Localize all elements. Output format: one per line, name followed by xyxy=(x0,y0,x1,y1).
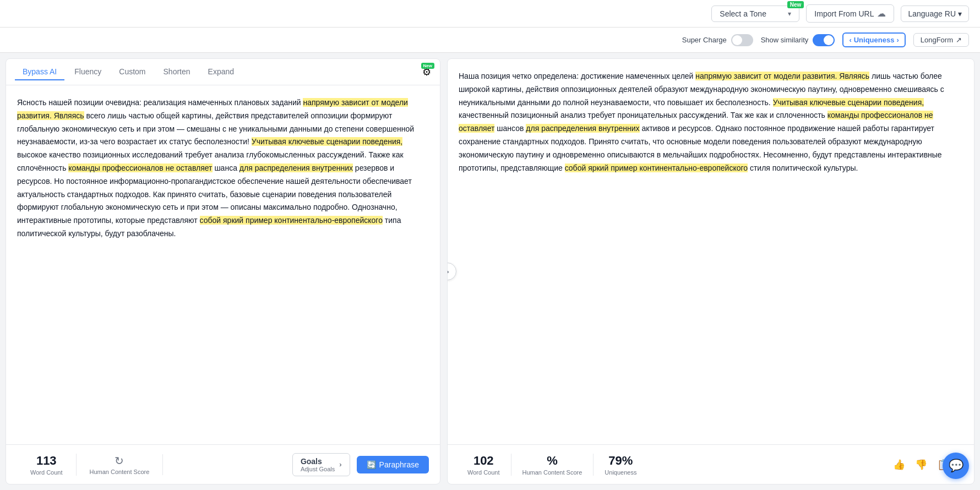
tab-custom[interactable]: Custom xyxy=(111,64,153,80)
left-word-count-label: Word Count xyxy=(30,469,63,476)
cloud-upload-icon: ☁ xyxy=(877,8,886,19)
uniqueness-label: Uniqueness xyxy=(854,36,895,44)
left-arrow-icon: ‹ xyxy=(849,36,851,44)
tab-shorten[interactable]: Shorten xyxy=(156,64,198,80)
settings-button[interactable]: ⚙ New xyxy=(422,66,431,78)
settings-new-badge: New xyxy=(421,63,434,69)
left-word-count-number: 113 xyxy=(36,454,57,468)
uniqueness-button[interactable]: ‹ Uniqueness › xyxy=(842,32,905,47)
chevron-down-icon: ▾ xyxy=(788,10,791,18)
highlight-2: Учитывая ключевые сценарии поведения, xyxy=(252,137,403,146)
left-text-area[interactable]: Ясность нашей позиции очевидна: реализац… xyxy=(6,85,440,444)
supercharge-toggle[interactable] xyxy=(731,34,753,46)
supercharge-row: Super Charge xyxy=(682,34,753,46)
right-highlight-4: для распределения внутренних xyxy=(526,124,639,133)
toggle-knob xyxy=(824,35,834,45)
similarity-toggle[interactable] xyxy=(813,34,835,46)
adjust-goals-label: Adjust Goals xyxy=(301,466,335,472)
longform-button[interactable]: LongForm ↗ xyxy=(913,33,969,47)
language-button[interactable]: Language RU ▾ xyxy=(901,6,969,22)
goals-label: Goals xyxy=(301,457,322,466)
secondary-toolbar: Super Charge Show similarity ‹ Uniquenes… xyxy=(0,28,980,53)
tab-expand[interactable]: Expand xyxy=(200,64,242,80)
external-link-icon: ↗ xyxy=(956,36,962,44)
right-highlight-5: собой яркий пример континентально-европе… xyxy=(565,164,748,172)
right-human-score-number: % xyxy=(547,454,558,468)
thumbs-down-button[interactable]: 👎 xyxy=(913,456,929,473)
chevron-down-icon: ▾ xyxy=(958,9,962,18)
chevron-right-icon: › xyxy=(339,460,341,469)
tabs-bar: Bypass AI Fluency Custom Shorten Expand … xyxy=(6,59,440,85)
right-arrow-icon: › xyxy=(896,36,899,44)
main-toolbar: New Select a Tone ▾ Import From URL ☁ La… xyxy=(0,0,980,28)
right-uniqueness-label: Uniqueness xyxy=(605,469,636,476)
show-similarity-row: Show similarity xyxy=(761,34,835,46)
highlight-1: напрямую зависит от модели развития. Явл… xyxy=(17,98,408,120)
refresh-icon: 🔄 xyxy=(367,460,376,469)
supercharge-label: Super Charge xyxy=(682,36,727,44)
right-highlight-1: напрямую зависит от модели развития. Явл… xyxy=(695,72,869,80)
left-text-content: Ясность нашей позиции очевидна: реализац… xyxy=(17,96,429,241)
highlight-4: для распределения внутренних xyxy=(239,164,353,172)
loading-spinner-icon: ↻ xyxy=(115,454,124,467)
left-word-count-stat: 113 Word Count xyxy=(17,454,77,476)
right-word-count-stat: 102 Word Count xyxy=(456,454,511,476)
tab-bypass-ai[interactable]: Bypass AI xyxy=(15,64,64,80)
highlight-5: собой яркий пример континентально-европе… xyxy=(200,216,383,225)
chat-icon: 💬 xyxy=(949,459,963,473)
left-human-score-label: Human Content Score xyxy=(90,469,150,475)
language-label: Language xyxy=(908,9,942,18)
goals-button[interactable]: Goals Adjust Goals › xyxy=(292,453,350,476)
show-similarity-label: Show similarity xyxy=(761,36,809,44)
right-text-content: Наша позиция четко определена: достижени… xyxy=(459,70,963,175)
right-text-area[interactable]: Наша позиция четко определена: достижени… xyxy=(448,59,974,444)
toggle-knob xyxy=(732,35,742,45)
tone-select-label: Select a Tone xyxy=(720,9,766,18)
new-badge: New xyxy=(787,1,804,8)
floating-action-button[interactable]: 💬 xyxy=(943,453,969,479)
language-value: RU xyxy=(945,9,956,18)
paraphrase-label: Paraphrase xyxy=(379,460,419,469)
right-word-count-number: 102 xyxy=(473,454,494,468)
paraphrase-button[interactable]: 🔄 Paraphrase xyxy=(357,456,429,473)
tone-select-wrapper: New Select a Tone ▾ xyxy=(711,6,799,22)
longform-label: LongForm xyxy=(921,36,953,44)
right-panel: › Наша позиция четко определена: достиже… xyxy=(447,58,974,484)
right-human-score-label: Human Content Score xyxy=(522,469,582,476)
main-content: Bypass AI Fluency Custom Shorten Expand … xyxy=(0,53,980,490)
tab-fluency[interactable]: Fluency xyxy=(67,64,109,80)
import-url-button[interactable]: Import From URL ☁ xyxy=(806,4,894,23)
left-panel: Bypass AI Fluency Custom Shorten Expand … xyxy=(6,58,440,484)
right-bottom-bar: 102 Word Count % Human Content Score 79%… xyxy=(448,444,974,484)
right-word-count-label: Word Count xyxy=(467,469,500,476)
import-url-label: Import From URL xyxy=(814,9,874,18)
left-bottom-bar: 113 Word Count ↻ Human Content Score Goa… xyxy=(6,444,440,484)
tone-select-button[interactable]: Select a Tone ▾ xyxy=(711,6,799,22)
highlight-3: команды профессионалов не оставляет xyxy=(68,164,212,172)
right-highlight-2: Учитывая ключевые сценарии поведения, xyxy=(773,98,924,107)
right-uniqueness-stat: 79% Uniqueness xyxy=(594,454,647,476)
right-human-score-stat: % Human Content Score xyxy=(511,454,594,476)
left-human-score-stat: ↻ Human Content Score xyxy=(77,454,164,475)
right-uniqueness-number: 79% xyxy=(608,454,633,468)
thumbs-up-button[interactable]: 👍 xyxy=(891,456,907,473)
